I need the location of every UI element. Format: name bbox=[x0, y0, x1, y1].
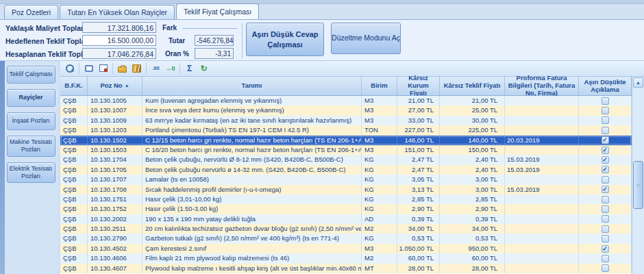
table-row[interactable]: ÇŞB10.130.1502C 12/15 beton harcı gri re… bbox=[60, 136, 632, 145]
sidebar-item-1[interactable]: Teklif Çalışması bbox=[7, 66, 55, 84]
asiri-dusukte-checkbox[interactable]: ✓ bbox=[602, 136, 609, 144]
column-header-6[interactable]: Kârsız Teklif Fiyatı bbox=[440, 77, 505, 95]
bfk-cell: ÇŞB bbox=[60, 234, 88, 243]
proforma-cell bbox=[505, 204, 579, 214]
aciklama-cell: ✓ bbox=[579, 185, 632, 195]
pozno-cell: 10.130.2511 bbox=[88, 224, 143, 234]
tab-1[interactable]: Poz Özetleri bbox=[4, 5, 58, 19]
asiri-dusukte-checkbox[interactable] bbox=[602, 225, 609, 233]
sidebar-item-5[interactable]: Elektrik Tesisatı Pozları bbox=[7, 162, 55, 184]
table-row[interactable]: ÇŞB10.130.251120 cm kalınlıkta techizats… bbox=[60, 224, 632, 234]
kurum-fiyati-cell: 33,00 TL bbox=[397, 116, 440, 125]
tab-2[interactable]: Tutarı En Yüksek Olan Rayiçler bbox=[60, 5, 175, 19]
tutar-label: Tutar bbox=[169, 37, 185, 45]
table-row[interactable]: ÇŞB10.130.1707Lamalar (ts en 10058)KG3,0… bbox=[60, 175, 632, 184]
birim-cell: KG bbox=[362, 175, 397, 184]
table-row[interactable]: ÇŞB10.130.2790Gazbeton tutkalı (g2 sınıf… bbox=[60, 234, 632, 243]
table-row[interactable]: ÇŞB10.130.1503C 16/20 beton harcı gri re… bbox=[60, 145, 632, 155]
table-row[interactable]: ÇŞB10.130.1751Hasır çelik (3,01-10,00 kg… bbox=[60, 195, 632, 204]
toolbar-separator bbox=[112, 63, 113, 74]
pozno-cell: 10.130.1707 bbox=[88, 175, 143, 184]
proforma-cell bbox=[505, 145, 579, 155]
column-header-7[interactable]: Proforma Fatura Bilgileri (Tarih, Fatura… bbox=[505, 77, 579, 95]
birim-cell: M2 bbox=[362, 253, 397, 263]
tab-3[interactable]: Teklif Fiyat Çalışması bbox=[176, 3, 259, 19]
asiri-dusukte-checkbox[interactable] bbox=[602, 127, 609, 134]
table-row[interactable]: ÇŞB10.130.1752Hasır çelik (1.50-3.00 kg)… bbox=[60, 204, 632, 214]
briefcase-button[interactable] bbox=[115, 62, 129, 75]
scrollbar-thumb[interactable]: = bbox=[633, 161, 643, 209]
asiri-dusukte-checkbox[interactable]: ✓ bbox=[602, 156, 609, 164]
column-header-1[interactable]: B.F.K. bbox=[60, 77, 88, 95]
column-header-label: B.F.K. bbox=[64, 82, 82, 90]
vertical-scrollbar[interactable]: ▲ = bbox=[632, 77, 644, 274]
table-row[interactable]: ÇŞB10.130.4502Çam kerestesi 2.sınıfM31.0… bbox=[60, 244, 632, 253]
table-row[interactable]: ÇŞB10.130.1005Kum (tuvenan agregadan ele… bbox=[60, 96, 632, 105]
scroll-up-button[interactable]: ▲ bbox=[633, 77, 643, 88]
sidebar-item-3[interactable]: İnşaat Pozları bbox=[7, 112, 55, 130]
asiri-dusukte-checkbox[interactable]: ✓ bbox=[602, 166, 609, 173]
tanim-cell: C 12/15 beton harcı gri renkte, normal h… bbox=[143, 136, 362, 145]
column-header-5[interactable]: Kârsız Kurum Fiyatı bbox=[397, 77, 440, 95]
sidebar-item-2[interactable]: Rayiçler bbox=[7, 89, 55, 107]
table-row[interactable]: ÇŞB10.130.1203Portland çimentosu (Torbal… bbox=[60, 125, 632, 135]
tanim-cell: 63 mm'ye kadar kırmataş (en az iki tane … bbox=[143, 116, 362, 125]
asiri-dusukte-checkbox[interactable] bbox=[602, 264, 609, 272]
asiri-dusuk-cevap-button[interactable]: Aşırı Düşük Cevap Çalışması bbox=[246, 23, 324, 56]
refresh-icon: ↻ bbox=[200, 64, 207, 73]
asiri-dusukte-checkbox[interactable] bbox=[602, 206, 609, 213]
table-row[interactable]: ÇŞB10.130.1705Beton çelik çubuğu nervürl… bbox=[60, 165, 632, 175]
asiri-dusukte-checkbox[interactable] bbox=[602, 107, 609, 114]
pozno-cell: 10.130.1708 bbox=[88, 185, 143, 195]
table-row[interactable]: ÇŞB10.130.4607Plywood kalıp malzeme ı ke… bbox=[60, 264, 632, 273]
books-button[interactable] bbox=[129, 62, 144, 75]
sigma-button[interactable]: Σ bbox=[182, 62, 197, 75]
preview-button[interactable] bbox=[62, 62, 77, 75]
asiri-dusukte-checkbox[interactable] bbox=[602, 235, 609, 242]
proforma-cell bbox=[505, 214, 579, 224]
column-header-3[interactable]: Tanımı bbox=[143, 77, 362, 95]
column-header-label: Tanımı bbox=[242, 82, 262, 90]
asiri-dusukte-checkbox[interactable]: ✓ bbox=[602, 186, 609, 193]
asiri-dusukte-checkbox[interactable] bbox=[602, 176, 609, 184]
briefcase-icon bbox=[118, 66, 127, 73]
refresh-button[interactable]: ↻ bbox=[197, 62, 211, 75]
table-row[interactable]: ÇŞB10.130.2002190 x 135 x 190 mm yatay d… bbox=[60, 214, 632, 224]
zero-arrow-button[interactable]: →0 bbox=[163, 62, 177, 75]
column-header-8[interactable]: Aşırı Düşükte Açıklama bbox=[579, 77, 632, 95]
asiri-dusukte-checkbox[interactable] bbox=[602, 97, 609, 105]
column-header-2[interactable]: Poz No▲ bbox=[88, 77, 143, 95]
aciklama-cell bbox=[579, 125, 632, 135]
aciklama-cell bbox=[579, 105, 632, 115]
asiri-dusukte-checkbox[interactable] bbox=[602, 196, 609, 203]
table-row[interactable]: ÇŞB10.130.4606Film kaplı 21 mm plywood k… bbox=[60, 253, 632, 263]
asiri-dusukte-checkbox[interactable] bbox=[602, 116, 609, 124]
asiri-dusukte-checkbox[interactable]: ✓ bbox=[602, 245, 609, 253]
table-row[interactable]: ÇŞB10.130.1708Sıcak haddelenmiş profil d… bbox=[60, 185, 632, 195]
page-grid-button[interactable] bbox=[96, 62, 110, 75]
teklif-fiyati-cell: 2,85 TL bbox=[440, 195, 505, 204]
proforma-cell bbox=[505, 195, 579, 204]
aciklama-cell: ✓ bbox=[579, 136, 632, 145]
proforma-cell bbox=[505, 234, 579, 243]
table-row[interactable]: ÇŞB10.130.1704Beton çelik çubuğu, nervür… bbox=[60, 155, 632, 164]
bfk-cell: ÇŞB bbox=[60, 155, 88, 164]
teklif-fiyati-cell: 150,00 TL bbox=[440, 145, 505, 155]
pozno-cell: 10.130.1751 bbox=[88, 195, 143, 204]
asiri-dusukte-checkbox[interactable] bbox=[602, 215, 609, 223]
sidebar-item-4[interactable]: Makine Tesisatı Pozları bbox=[7, 136, 55, 157]
kurum-fiyati-cell: 28,00 TL bbox=[397, 264, 440, 273]
asiri-dusukte-checkbox[interactable] bbox=[602, 255, 609, 262]
table-row[interactable]: ÇŞB10.130.1007İnce sıva veya derz kumu (… bbox=[60, 105, 632, 115]
hedeflenen-teklif-input[interactable] bbox=[82, 35, 156, 46]
pozno-cell: 10.130.1704 bbox=[88, 155, 143, 164]
toolbar-separator bbox=[146, 63, 147, 74]
proforma-cell: 15.03.2019 bbox=[505, 155, 579, 164]
column-header-4[interactable]: Birim bbox=[362, 77, 397, 95]
asiri-dusukte-checkbox[interactable]: ✓ bbox=[602, 147, 609, 154]
monitor-button[interactable] bbox=[82, 62, 96, 75]
decimal-button[interactable]: .00 bbox=[149, 62, 163, 75]
pozno-cell: 10.130.4502 bbox=[88, 244, 143, 253]
table-row[interactable]: ÇŞB10.130.100963 mm'ye kadar kırmataş (e… bbox=[60, 116, 632, 125]
duzeltme-modunu-ac-button[interactable]: Düzeltme Modunu Aç bbox=[331, 23, 401, 54]
